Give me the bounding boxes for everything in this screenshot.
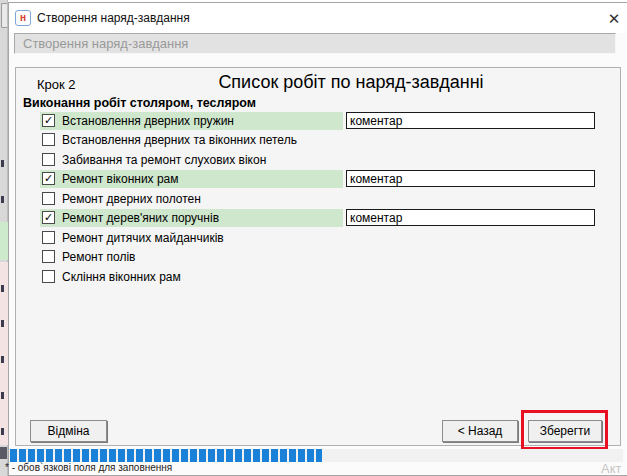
window-title: Створення наряд-завдання [37, 11, 190, 25]
section-title: Виконання робіт столяром, тесляром [23, 96, 256, 110]
save-button[interactable]: Зберегти [528, 420, 602, 442]
background-window-fragment [1, 160, 4, 167]
work-item-row: Ремонт полів [40, 248, 343, 266]
progress-bar [9, 449, 623, 462]
work-item-label: Ремонт дерев'яних поручнів [62, 209, 219, 227]
checkbox-unchecked[interactable] [42, 231, 55, 244]
close-icon[interactable]: ✕ [604, 9, 624, 29]
background-window-strip [0, 0, 8, 476]
work-item-row: ✓ Ремонт дерев'яних поручнів [40, 209, 343, 227]
background-window-fragment [1, 196, 4, 203]
watermark-fragment: Акт [601, 461, 621, 476]
background-window-fragment [1, 356, 4, 363]
dialog-window: н Створення наряд-завдання ✕ Створення н… [8, 2, 627, 476]
work-item-label: Ремонт дитячих майданчиків [62, 229, 224, 247]
checkbox-checked[interactable]: ✓ [42, 114, 55, 127]
checkbox-unchecked[interactable] [42, 153, 55, 166]
form-header-banner: Створення наряд-завдання [14, 33, 616, 54]
comment-input[interactable] [346, 209, 595, 226]
required-fields-note: * - обов`язкові поля для заповнення [5, 462, 172, 473]
back-button[interactable]: < Назад [442, 420, 518, 442]
work-item-row: Ремонт дверних полотен [40, 190, 343, 208]
work-item-row: ✓ Встановлення дверних пружин [40, 112, 343, 130]
app-logo-icon: н [15, 10, 31, 26]
checkbox-checked[interactable]: ✓ [42, 211, 55, 224]
step-label: Крок 2 [37, 77, 76, 92]
cancel-button[interactable]: Відміна [30, 420, 107, 442]
work-item-row: Ремонт дитячих майданчиків [40, 229, 343, 247]
checkbox-checked[interactable]: ✓ [42, 172, 55, 185]
work-item-label: Ремонт полів [62, 248, 135, 266]
screenshot-canvas: н Створення наряд-завдання ✕ Створення н… [0, 0, 627, 476]
background-window-fragment [1, 3, 7, 28]
comment-input[interactable] [346, 170, 595, 187]
background-window-fragment [1, 285, 4, 292]
background-window-fragment [1, 428, 4, 435]
work-item-label: Скління віконних рам [62, 268, 181, 286]
work-item-label: Ремонт віконних рам [62, 170, 179, 188]
work-item-row: Встановлення дверних та віконних петель [40, 131, 343, 149]
background-window-fragment [1, 392, 4, 399]
wizard-panel: Крок 2 Список робіт по наряд-завданні Ви… [15, 67, 621, 446]
checkbox-unchecked[interactable] [42, 270, 55, 283]
page-title: Список робіт по наряд-завданні [166, 72, 536, 93]
work-item-row: Скління віконних рам [40, 268, 343, 286]
work-item-row: Забивання та ремонт слухових вікон [40, 151, 343, 169]
progress-bar-fill [10, 449, 322, 462]
background-window-fragment [0, 222, 8, 260]
checkbox-unchecked[interactable] [42, 250, 55, 263]
work-item-label: Ремонт дверних полотен [62, 190, 201, 208]
comment-input[interactable] [346, 112, 595, 129]
checkbox-unchecked[interactable] [42, 192, 55, 205]
work-item-label: Забивання та ремонт слухових вікон [62, 151, 266, 169]
work-item-label: Встановлення дверних пружин [62, 112, 234, 130]
background-window-fragment [1, 320, 4, 327]
work-item-label: Встановлення дверних та віконних петель [62, 131, 297, 149]
work-item-row: ✓ Ремонт віконних рам [40, 170, 343, 188]
checkbox-unchecked[interactable] [42, 133, 55, 146]
title-bar: н Створення наряд-завдання ✕ [9, 3, 627, 33]
background-window-fragment [0, 447, 7, 459]
